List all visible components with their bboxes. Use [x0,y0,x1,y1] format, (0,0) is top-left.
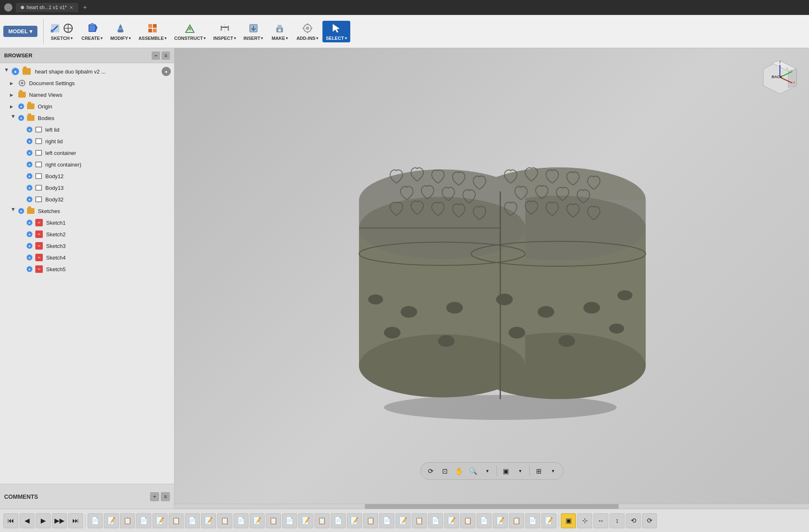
timeline-end-btn-3[interactable]: ↕ [610,513,625,528]
viewport[interactable]: BACK Y X Z ⟳ ⊡ ✋ 🔍 ▾ ▣ ▾ ⊞ ▾ [175,48,809,509]
timeline-btn-21[interactable]: 📋 [412,513,427,528]
inspect-group[interactable]: INSPECT ▾ [210,21,239,42]
tree-item-sketch1[interactable]: ▶ ● ✏ Sketch1 [0,217,174,228]
create-group[interactable]: CREATE ▾ [78,21,106,42]
active-timeline-btn[interactable]: ▣ [561,513,576,528]
model-arrow: ▾ [30,28,32,34]
timeline-btn-9[interactable]: 📋 [217,513,232,528]
timeline-btn-14[interactable]: 📝 [298,513,313,528]
timeline-end-btn-5[interactable]: ⟳ [642,513,657,528]
timeline-btn-11[interactable]: 📝 [250,513,265,528]
timeline-btn-28[interactable]: 📄 [525,513,540,528]
tree-item-doc-settings[interactable]: ▶ Document Settings [0,77,174,89]
tree-item-sketch2[interactable]: ▶ ● ✏ Sketch2 [0,228,174,240]
timeline-btn-20[interactable]: 📝 [396,513,411,528]
insert-group[interactable]: INSERT ▾ [240,21,266,42]
play-button[interactable]: ▶ [36,513,51,528]
create-icons [86,22,98,34]
timeline-btn-27[interactable]: 📋 [509,513,524,528]
zoom-button[interactable]: 🔍 [467,464,480,478]
timeline-btn-26[interactable]: 📝 [493,513,508,528]
svg-text:BACK: BACK [772,75,782,79]
make-group[interactable]: MAKE ▾ [267,21,292,42]
construct-group[interactable]: CONSTRUCT ▾ [171,21,209,42]
timeline-btn-24[interactable]: 📋 [460,513,475,528]
comments-menu-button[interactable]: ≡ [161,492,170,501]
grid-dropdown[interactable]: ▾ [546,464,560,478]
timeline-btn-13[interactable]: 📄 [282,513,297,528]
view-cube-button[interactable]: ⊡ [438,464,452,478]
horizontal-scrollbar[interactable] [175,504,809,509]
browser-collapse-button[interactable]: − [152,51,160,60]
tree-item-origin[interactable]: ▶ ● Origin [0,101,174,112]
tree-item-body32[interactable]: ▶ ● Body32 [0,194,174,205]
timeline-btn-4[interactable]: 📄 [136,513,151,528]
tree-item-sketch5[interactable]: ▶ ● ✏ Sketch5 [0,263,174,275]
timeline-btn-19[interactable]: 📄 [379,513,394,528]
timeline-end-btn-1[interactable]: ⊹ [577,513,592,528]
assemble-group[interactable]: ASSEMBLE ▾ [135,21,170,42]
svg-text:Z: Z [779,61,781,64]
comments-section: COMMENTS + ≡ [0,484,174,509]
timeline-btn-25[interactable]: 📄 [477,513,492,528]
tree-item-right-lid[interactable]: ▶ ● right lid [0,135,174,147]
tree-item-right-container[interactable]: ▶ ● right container) [0,159,174,170]
tree-item-named-views[interactable]: ▶ Named Views [0,89,174,101]
comments-add-button[interactable]: + [150,492,159,501]
svg-point-39 [509,327,525,338]
tree-item-bodies[interactable]: ▶ ● Bodies [0,112,174,124]
tree-item-sketch3[interactable]: ▶ ● ✏ Sketch3 [0,240,174,252]
orbit-button[interactable]: ⟳ [424,464,438,478]
step-back-button[interactable]: ◀ [20,513,34,528]
timeline-btn-8[interactable]: 📝 [201,513,216,528]
select-group[interactable]: SELECT ▾ [322,21,350,42]
modify-icon [115,22,126,34]
timeline-btn-10[interactable]: 📄 [234,513,248,528]
svg-rect-4 [118,30,123,32]
timeline-btn-17[interactable]: 📝 [347,513,362,528]
model-mode-button[interactable]: MODEL ▾ [3,26,37,37]
navigation-cube[interactable]: BACK Y X Z [759,56,801,98]
zoom-dropdown[interactable]: ▾ [481,464,494,478]
timeline-btn-29[interactable]: 📝 [541,513,556,528]
skip-to-end-button[interactable]: ⏭ [68,513,83,528]
tree-item-left-container[interactable]: ▶ ● left container [0,147,174,159]
new-tab-button[interactable]: + [83,4,87,11]
origin-folder-icon [27,103,34,109]
skip-to-start-button[interactable]: ⏮ [3,513,18,528]
active-tab[interactable]: heart sh...1 v1 v1* ✕ [16,3,78,12]
svg-rect-12 [228,26,229,31]
tree-item-body13[interactable]: ▶ ● Body13 [0,182,174,194]
addins-group[interactable]: ADD-INS ▾ [293,21,322,42]
tree-root-item[interactable]: ▶ ● heart shape duo lipbalm v2 ... ● [0,66,174,77]
timeline-btn-3[interactable]: 📋 [120,513,135,528]
svg-point-43 [401,306,417,318]
tree-item-body12[interactable]: ▶ ● Body12 [0,170,174,182]
tree-item-sketch4[interactable]: ▶ ● ✏ Sketch4 [0,252,174,263]
timeline-btn-7[interactable]: 📄 [185,513,200,528]
step-forward-button[interactable]: ▶▶ [52,513,67,528]
timeline-end-btn-2[interactable]: ↔ [593,513,608,528]
sketch-group[interactable]: SKETCH ▾ [46,21,77,42]
pan-button[interactable]: ✋ [452,464,466,478]
display-mode-button[interactable]: ▣ [499,464,513,478]
timeline-btn-18[interactable]: 📋 [363,513,378,528]
timeline-btn-2[interactable]: 📝 [104,513,119,528]
timeline-end-btn-4[interactable]: ⟲ [626,513,641,528]
close-tab-icon[interactable]: ✕ [69,5,73,10]
timeline-btn-15[interactable]: 📋 [315,513,330,528]
timeline-btn-23[interactable]: 📝 [444,513,459,528]
tree-item-left-lid[interactable]: ▶ ● left lid [0,124,174,135]
display-dropdown[interactable]: ▾ [514,464,527,478]
timeline-btn-16[interactable]: 📄 [331,513,346,528]
timeline-btn-22[interactable]: 📄 [428,513,443,528]
grid-button[interactable]: ⊞ [532,464,546,478]
timeline-btn-1[interactable]: 📄 [88,513,103,528]
browser-menu-button[interactable]: ≡ [162,51,170,60]
timeline-btn-5[interactable]: 📝 [152,513,167,528]
timeline-btn-12[interactable]: 📋 [266,513,281,528]
h-scroll-thumb[interactable] [365,504,619,509]
modify-group[interactable]: MODIFY ▾ [107,21,134,42]
tree-item-sketches[interactable]: ▶ ● Sketches [0,205,174,217]
timeline-btn-6[interactable]: 📋 [169,513,184,528]
